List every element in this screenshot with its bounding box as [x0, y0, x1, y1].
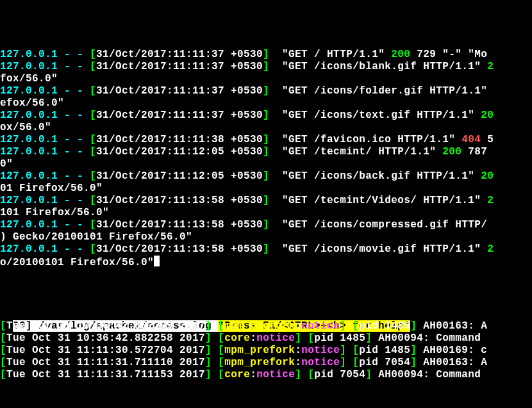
- log-segment: ]: [295, 332, 301, 344]
- log-segment: 2: [487, 195, 494, 206]
- log-segment: 127.0.0.1 - -: [0, 170, 90, 182]
- log-segment: [: [90, 49, 96, 60]
- log-segment: ]: [205, 320, 212, 332]
- log-segment: core: [224, 332, 250, 344]
- log-segment: :: [295, 320, 301, 332]
- log-segment: 127.0.0.1 - -: [0, 243, 90, 255]
- log-segment: 2: [487, 243, 494, 255]
- log-segment: ]: [410, 345, 417, 356]
- access-log-line: 127.0.0.1 - - [31/Oct/2017:11:12:05 +053…: [0, 146, 532, 158]
- log-segment: pid 1485: [314, 332, 365, 344]
- log-segment: Tue Oct 31 11:11:31.711110 2017: [6, 357, 205, 368]
- log-segment: ]: [263, 49, 269, 60]
- log-segment: ]: [205, 332, 212, 344]
- log-segment: 20: [481, 170, 494, 182]
- access-log-line: 127.0.0.1 - - [31/Oct/2017:11:11:38 +053…: [0, 134, 532, 146]
- log-segment: 127.0.0.1 - -: [0, 61, 90, 72]
- log-segment: ]: [365, 369, 372, 380]
- log-segment: notice: [301, 345, 340, 356]
- log-segment: "GET /tecmint/Videos/ HTTP/1.1": [269, 195, 487, 206]
- log-segment: :: [295, 345, 301, 356]
- log-segment: "GET /icons/text.gif HTTP/1.1": [269, 110, 481, 121]
- log-segment: ) Gecko/20100101 Firefox/56.0": [0, 231, 192, 243]
- log-segment: 127.0.0.1 - -: [0, 85, 90, 97]
- log-segment: AH00163: A: [417, 320, 487, 332]
- log-segment: 2: [487, 61, 494, 72]
- log-segment: [: [90, 85, 96, 97]
- log-pane-error[interactable]: [Tue Oct 31 10:36:42.882209 2017] [mpm_p…: [0, 320, 487, 381]
- access-log-line: 127.0.0.1 - - [31/Oct/2017:11:11:37 +053…: [0, 61, 532, 73]
- log-segment: "GET /icons/back.gif HTTP/1.1": [269, 170, 481, 182]
- log-segment: ]: [263, 61, 269, 72]
- log-segment: "GET /icons/folder.gif HTTP/1.1": [269, 85, 494, 97]
- log-segment: [: [218, 320, 224, 332]
- log-segment: pid 7054: [359, 357, 410, 368]
- log-segment: [: [353, 357, 359, 368]
- log-segment: 31/Oct/2017:11:11:37 +0530: [96, 110, 263, 121]
- log-segment: [: [90, 110, 96, 121]
- log-segment: notice: [256, 369, 295, 380]
- log-segment: "GET /favicon.ico HTTP/1.1": [269, 134, 461, 145]
- access-log-line: ox/56.0": [0, 122, 532, 134]
- log-segment: ]: [263, 110, 269, 121]
- log-segment: ]: [340, 357, 346, 368]
- log-segment: [: [0, 320, 6, 332]
- log-segment: 31/Oct/2017:11:11:37 +0530: [96, 85, 263, 97]
- log-segment: [: [90, 195, 96, 206]
- log-segment: 31/Oct/2017:11:12:05 +0530: [96, 170, 263, 182]
- log-segment: o/20100101 Firefox/56.0": [0, 257, 154, 268]
- log-segment: ]: [340, 320, 346, 332]
- log-segment: [: [90, 170, 96, 182]
- log-segment: 0": [0, 158, 13, 170]
- log-segment: 200: [442, 146, 468, 158]
- log-segment: 31/Oct/2017:11:11:38 +0530: [96, 134, 263, 145]
- log-segment: notice: [301, 357, 340, 368]
- log-segment: mpm_prefork: [224, 345, 295, 356]
- log-segment: 200: [391, 49, 417, 60]
- access-log-line: fox/56.0": [0, 73, 532, 85]
- log-segment: Tue Oct 31 11:11:30.572704 2017: [6, 345, 205, 356]
- log-segment: Tue Oct 31 10:36:42.882258 2017: [6, 332, 205, 344]
- access-log-line: 01 Firefox/56.0": [0, 183, 532, 195]
- log-segment: fox/56.0": [0, 73, 58, 85]
- log-segment: :: [250, 332, 256, 344]
- log-segment: [: [308, 369, 314, 380]
- log-segment: [: [0, 369, 6, 380]
- log-segment: [: [308, 332, 314, 344]
- access-log-line: o/20100101 Firefox/56.0": [0, 256, 532, 269]
- log-segment: "GET / HTTP/1.1": [269, 49, 391, 60]
- error-log-line: [Tue Oct 31 11:11:31.711153 2017] [core:…: [0, 369, 487, 381]
- log-segment: :: [250, 369, 256, 380]
- log-segment: mpm_prefork: [224, 320, 295, 332]
- log-segment: "GET /icons/blank.gif HTTP/1.1": [269, 61, 487, 72]
- log-segment: [212, 345, 218, 356]
- log-segment: Tue Oct 31 11:11:31.711153 2017: [6, 369, 205, 380]
- log-segment: 101 Firefox/56.0": [0, 207, 109, 218]
- log-segment: ]: [295, 369, 301, 380]
- access-log-line: 127.0.0.1 - - [31/Oct/2017:11:13:58 +053…: [0, 243, 532, 256]
- log-segment: 127.0.0.1 - -: [0, 195, 90, 206]
- log-segment: 31/Oct/2017:11:12:05 +0530: [96, 146, 263, 158]
- access-log-line: ) Gecko/20100101 Firefox/56.0": [0, 231, 532, 243]
- log-segment: [: [90, 146, 96, 158]
- log-segment: [: [218, 345, 224, 356]
- log-segment: :: [295, 357, 301, 368]
- log-segment: [: [353, 345, 359, 356]
- log-segment: ]: [263, 134, 269, 145]
- log-segment: [: [218, 332, 224, 344]
- log-segment: AH00169: c: [417, 345, 487, 356]
- log-pane-access[interactable]: 127.0.0.1 - - [31/Oct/2017:11:11:37 +053…: [0, 49, 532, 269]
- log-segment: ox/56.0": [0, 122, 51, 133]
- access-log-line: 127.0.0.1 - - [31/Oct/2017:11:11:37 +053…: [0, 110, 532, 122]
- log-segment: [: [90, 61, 96, 72]
- log-segment: ]: [263, 219, 269, 231]
- log-segment: [346, 345, 353, 356]
- log-segment: [301, 369, 308, 380]
- log-segment: 31/Oct/2017:11:13:58 +0530: [96, 195, 263, 206]
- log-segment: 20: [481, 110, 494, 121]
- error-log-line: [Tue Oct 31 10:36:42.882258 2017] [core:…: [0, 332, 487, 345]
- terminal-cursor: [154, 256, 160, 266]
- log-segment: pid 1485: [359, 345, 410, 356]
- log-segment: [: [0, 332, 6, 344]
- error-log-line: [Tue Oct 31 11:11:31.711110 2017] [mpm_p…: [0, 357, 487, 369]
